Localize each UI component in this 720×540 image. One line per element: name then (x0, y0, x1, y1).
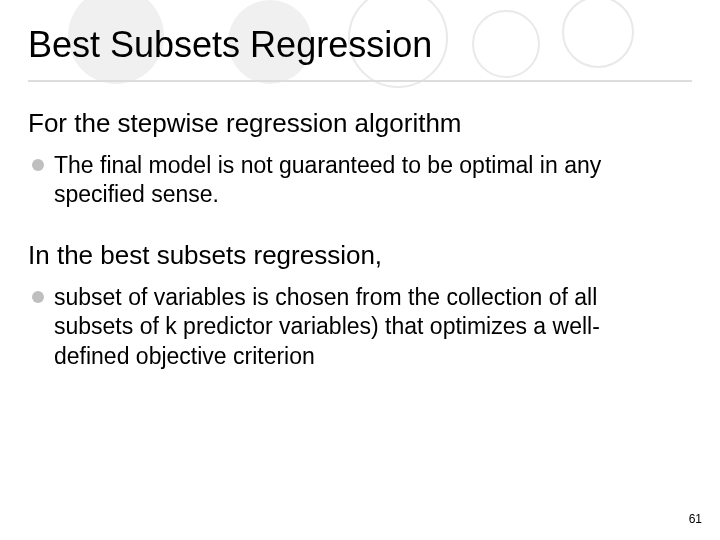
bullet-item: The final model is not guaranteed to be … (28, 151, 692, 210)
bullet-text: subset of variables is chosen from the c… (54, 283, 674, 371)
slide-content: Best Subsets Regression For the stepwise… (0, 0, 720, 371)
page-number: 61 (689, 512, 702, 526)
section-2-heading: In the best subsets regression, (28, 240, 692, 271)
section-1-heading: For the stepwise regression algorithm (28, 108, 692, 139)
slide-title: Best Subsets Regression (28, 24, 692, 82)
section-2: In the best subsets regression, subset o… (28, 240, 692, 371)
section-1: For the stepwise regression algorithm Th… (28, 108, 692, 210)
bullet-icon (32, 159, 44, 171)
bullet-icon (32, 291, 44, 303)
bullet-item: subset of variables is chosen from the c… (28, 283, 692, 371)
bullet-text: The final model is not guaranteed to be … (54, 151, 674, 210)
